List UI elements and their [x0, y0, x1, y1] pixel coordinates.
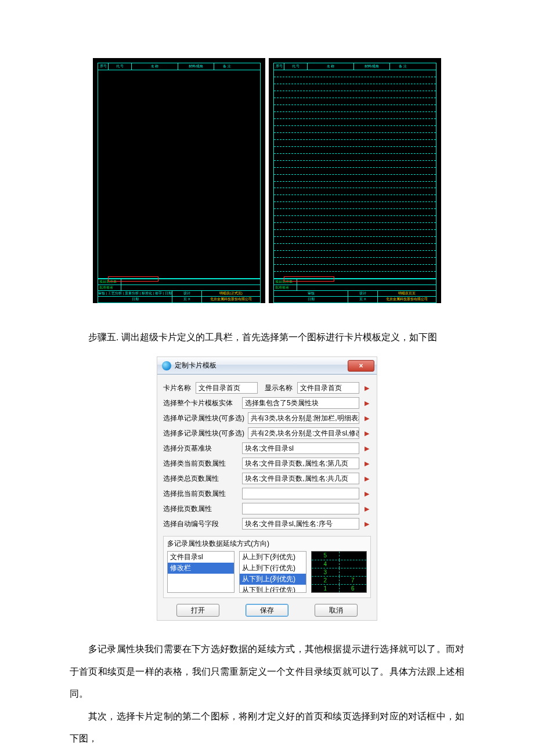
input-dispname[interactable]: 文件目录首页: [297, 382, 359, 394]
dialog-field-row: 选择自动编号字段块名:文件目录sl,属性名:序号▶: [163, 516, 371, 531]
paragraph-step5: 步骤五. 调出超级卡片定义的工具栏，首先选择第一个图标进行卡片模板定义，如下图: [70, 326, 464, 348]
dialog-icon: [162, 361, 171, 370]
field-value[interactable]: 块名:文件目录sl,属性名:序号: [242, 518, 359, 530]
field-label: 选择单记录属性块(可多选): [163, 413, 244, 423]
picker-icon[interactable]: ▶: [363, 490, 371, 498]
cancel-button[interactable]: 取消: [315, 604, 358, 617]
list-item[interactable]: 修改栏: [168, 563, 234, 574]
list-item[interactable]: 从上到下(列优先): [240, 552, 306, 563]
dialog-titlebar: 定制卡片模板 ×: [157, 357, 377, 375]
paragraph-second-icon: 其次，选择卡片定制的第二个图标，将刚才定义好的首页和续页选择到对应的对话框中，如…: [70, 705, 464, 750]
cad-col: 代 号: [284, 63, 308, 70]
field-label: 选择多记录属性块(可多选): [163, 429, 244, 438]
save-button[interactable]: 保存: [246, 604, 288, 617]
dialog-field-row: 选择单记录属性块(可多选)共有3类,块名分别是:附加栏,明细表标题栏,文件目录栏…: [163, 411, 371, 426]
cad-col: 序号: [98, 63, 109, 70]
dialog-field-row: 选择多记录属性块(可多选)共有2类,块名分别是:文件目录sl,修改栏▶: [163, 426, 371, 441]
field-label: 选择类总页数属性: [163, 474, 239, 484]
cad-col: 名 称: [308, 63, 354, 70]
cad-doc-right: 序号 代 号 名 称 材料/规格 备 注 项目批准单 批准签署: [269, 58, 441, 303]
picker-icon[interactable]: ▶: [363, 460, 371, 467]
field-value[interactable]: 块名:文件目录页数,属性名:第几页: [242, 458, 359, 469]
field-value[interactable]: [242, 503, 359, 514]
field-value[interactable]: 块名:文件目录sl: [242, 442, 359, 454]
cad-col: 材料/规格: [178, 63, 214, 70]
field-label: 选择自动编号字段: [163, 519, 239, 529]
field-label: 选择批当前页数属性: [163, 489, 239, 499]
dialog-field-row: 选择批当前页数属性▶: [163, 486, 371, 501]
dialog-card-template: 定制卡片模板 × 卡片名称 文件目录首页 显示名称 文件目录首页 ▶ 选择整个卡…: [157, 357, 377, 621]
cad-col: 材料/规格: [354, 63, 390, 70]
picker-icon[interactable]: ▶: [363, 445, 371, 452]
label-dispname: 显示名称: [265, 383, 294, 393]
input-cardname[interactable]: 文件目录首页: [196, 382, 258, 394]
field-label: 选择批页数属性: [163, 504, 239, 514]
picker-icon[interactable]: ▶: [363, 415, 371, 422]
picker-icon[interactable]: ▶: [363, 505, 371, 513]
cad-screenshots: 序号 代 号 名 称 材料/规格 备 注 项目批准单 批准签署 审核 | 工艺分…: [93, 58, 441, 303]
cad-lined-body: [274, 70, 436, 279]
picker-icon[interactable]: ▶: [363, 399, 371, 407]
dialog-field-row: 选择类当前页数属性块名:文件目录页数,属性名:第几页▶: [163, 456, 371, 471]
list-item[interactable]: 从下到上(列优先): [240, 574, 306, 585]
listbox-direction[interactable]: 从上到下(列优先)从上到下(行优先)从下到上(列优先)从下到上(行优先): [239, 551, 306, 593]
dialog-field-row: 选择分页基准块块名:文件目录sl▶: [163, 441, 371, 456]
cad-col: 备 注: [214, 63, 240, 70]
cad-highlight-box: [108, 276, 158, 282]
list-item[interactable]: 文件目录sl: [168, 552, 234, 563]
picker-icon[interactable]: ▶: [363, 384, 371, 392]
close-button[interactable]: ×: [348, 360, 374, 372]
picker-icon[interactable]: ▶: [363, 520, 371, 528]
picker-icon[interactable]: ▶: [363, 475, 371, 483]
field-value[interactable]: 共有2类,块名分别是:文件目录sl,修改栏: [248, 427, 359, 439]
cad-doc-left: 序号 代 号 名 称 材料/规格 备 注 项目批准单 批准签署 审核 | 工艺分…: [93, 58, 265, 303]
dialog-title: 定制卡片模板: [175, 361, 217, 370]
dialog-field-row: 选择批页数属性▶: [163, 501, 371, 516]
list-item[interactable]: 从上到下(行优先): [240, 563, 306, 574]
dialog-field-row: 选择整个卡片模板实体选择集包含了5类属性块▶: [163, 395, 371, 411]
picker-icon[interactable]: ▶: [363, 430, 371, 437]
list-item[interactable]: 从下到上(行优先): [240, 585, 306, 593]
field-value[interactable]: 块名:文件目录页数,属性名:共几页: [242, 473, 359, 484]
field-label: 选择类当前页数属性: [163, 459, 239, 469]
group-title: 多记录属性块数据延续方式(方向): [167, 539, 367, 549]
field-label: 选择整个卡片模板实体: [163, 398, 239, 408]
cad-col: 备 注: [390, 63, 416, 70]
group-continuation: 多记录属性块数据延续方式(方向) 文件目录sl修改栏 从上到下(列优先)从上到下…: [163, 536, 371, 598]
field-label: 选择分页基准块: [163, 444, 239, 453]
listbox-blocks[interactable]: 文件目录sl修改栏: [167, 551, 234, 593]
paragraph-multi-record: 多记录属性块我们需要在下方选好数据的延续方式，其他根据提示进行选择就可以了。而对…: [70, 638, 464, 705]
field-value[interactable]: 选择集包含了5类属性块: [242, 397, 359, 409]
cad-col: 序号: [274, 63, 284, 70]
preview-grid: 1627345: [311, 551, 367, 593]
field-value[interactable]: 共有3类,块名分别是:附加栏,明细表标题栏,文件目录栏: [248, 412, 359, 424]
dialog-field-row: 选择类总页数属性块名:文件目录页数,属性名:共几页▶: [163, 471, 371, 486]
field-value[interactable]: [242, 488, 359, 499]
label-cardname: 卡片名称: [163, 383, 192, 393]
cad-col: 代 号: [109, 63, 132, 70]
open-button[interactable]: 打开: [176, 604, 219, 617]
cad-col: 名 称: [132, 63, 178, 70]
cad-highlight-box: [284, 276, 334, 282]
